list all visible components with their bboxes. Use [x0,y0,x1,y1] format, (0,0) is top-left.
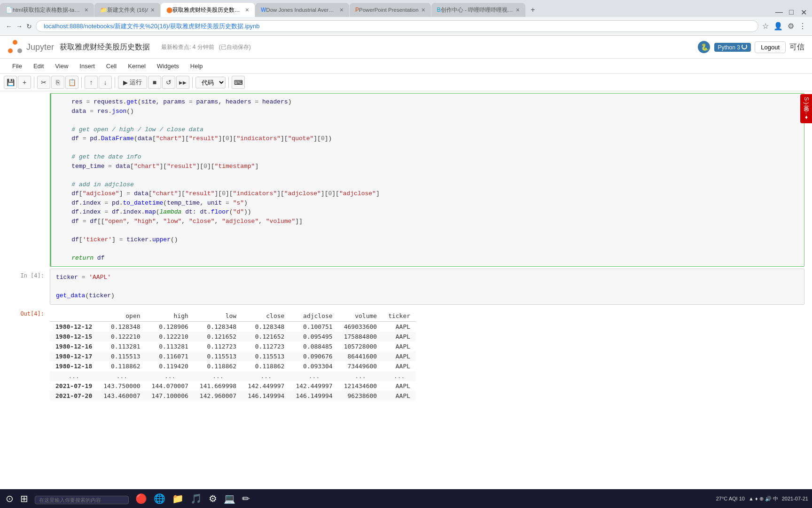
data-cell: 0.122210 [146,332,194,341]
index-cell: 1980-12-18 [50,361,98,371]
copy-button[interactable]: ⎘ [51,76,64,89]
taskbar-chrome[interactable]: 🔴 [133,492,149,503]
tab-bili[interactable]: B 创作中心 - 哔哩哔哩哔哩视频... × [431,3,525,17]
run-label: 运行 [130,78,142,87]
tab-html[interactable]: 📄 html获取指定表格数据-tabi... × [0,3,94,17]
address-bar: ← → ↻ ☆ 👤 ⚙ ⋮ [0,17,812,36]
menu-widgets[interactable]: Widgets [152,61,184,71]
start-button[interactable]: ⊙ [4,492,16,503]
python-badge: Python 3 [714,43,751,52]
notebook-title[interactable]: 获取雅虎财经美股历史数据 [60,42,150,52]
add-cell-button[interactable]: + [18,76,31,89]
code-area-4: ticker = 'AAPL' get_data(ticker) [50,269,804,304]
save-button[interactable]: 💾 [4,76,17,89]
cut-button[interactable]: ✂ [37,76,50,89]
upper-cell-content[interactable]: res = requests.get(site, params = params… [50,93,804,267]
tab-close-icon5[interactable]: × [422,6,425,14]
menu-insert[interactable]: Insert [75,61,100,71]
taskbar-datetime: 2021-07-21 [782,496,808,501]
logout-button[interactable]: Logout [755,41,786,53]
col-open: open [98,310,146,322]
tab-close-icon4[interactable]: × [340,6,344,14]
data-cell: 0.122210 [98,332,146,341]
data-cell: 0.128348 [194,321,242,332]
back-icon[interactable]: ← [6,23,12,30]
move-down-button[interactable]: ↓ [99,76,112,89]
toolbar-separator [34,77,34,88]
reload-icon[interactable]: ↻ [26,23,32,30]
python-logo-icon: 🐍 [697,40,710,54]
restart-button[interactable]: ↺ [162,76,175,89]
data-cell: 96238600 [338,391,383,401]
menu-cell[interactable]: Cell [102,61,121,71]
tab-favicon: 📄 [6,7,13,13]
paste-button[interactable]: 📋 [65,76,78,89]
taskbar-browser[interactable]: 🌐 [152,492,167,503]
data-cell: 0.118862 [194,361,242,371]
code-line: df = df[[″open″, ″high″, ″low″, ″close″,… [57,217,798,226]
code-line: data = res.json() [57,107,798,116]
maximize-button[interactable]: □ [787,8,796,17]
code-line: # get the date info [57,152,798,162]
taskbar-search[interactable] [33,492,131,504]
data-cell: AAPL [383,381,416,391]
data-cell: AAPL [383,361,416,371]
stop-button[interactable]: ■ [148,76,161,89]
index-cell: 1980-12-17 [50,351,98,361]
code-line [57,143,798,153]
taskview-button[interactable]: ⊞ [18,492,30,503]
svg-text:🐍: 🐍 [701,43,709,51]
code-line: df.index = df.index.map(lambda dt: dt.fl… [57,207,798,217]
profile-icon[interactable]: 👤 [773,22,783,31]
tab-close-icon6[interactable]: × [516,6,520,14]
toolbar-separator5 [228,77,229,88]
extensions-icon[interactable]: ⚙ [788,22,794,31]
cell-type-select[interactable]: 代码 [195,77,226,88]
data-cell: ... [242,371,290,381]
menu-edit[interactable]: Edit [29,61,48,71]
menu-file[interactable]: File [8,61,27,71]
menu-icon[interactable]: ⋮ [799,22,806,31]
jupyter-brand-text: Jupyter [26,42,54,52]
run-button[interactable]: ▶ 运行 [118,76,147,89]
tab-close-icon[interactable]: × [85,6,88,14]
tab-title4: Dow Jones Industrial Average... [266,7,336,13]
menu-view[interactable]: View [50,61,73,71]
close-button[interactable]: ✕ [799,8,808,17]
data-cell: 143.460007 [98,391,146,401]
tab-dow[interactable]: W Dow Jones Industrial Average... × [255,3,349,17]
taskbar-folder[interactable]: 📁 [170,492,186,503]
output-4: Out[4]: open high low close adjclose vol… [8,307,804,405]
taskbar-app3[interactable]: 💻 [222,492,237,503]
restart-run-button[interactable]: ▶▶ [176,76,189,89]
jupyter-logout-area: 🐍 Python 3 Logout 可信 [697,40,804,54]
new-tab-button[interactable]: + [526,3,540,17]
move-up-button[interactable]: ↑ [85,76,98,89]
taskbar-app2[interactable]: ⚙ [207,492,219,503]
data-cell: 142.449997 [290,381,338,391]
input-content-4[interactable]: ticker = 'AAPL' get_data(ticker) [50,269,804,305]
tab-ppt[interactable]: P PowerPoint Presentation × [350,3,431,17]
data-cell: 0.115513 [242,351,290,361]
data-cell: 0.113281 [98,341,146,351]
search-input[interactable] [35,496,129,504]
taskbar-app1[interactable]: 🎵 [188,492,204,503]
data-cell: AAPL [383,341,416,351]
code-line: temp_time = data["chart"]["result"][0]["… [57,162,798,171]
tab-close-icon2[interactable]: × [151,6,155,14]
tab-folder[interactable]: 📁 新建文件夹 (16)/ × [94,3,160,17]
bookmark-icon[interactable]: ☆ [762,22,769,31]
menu-kernel[interactable]: Kernel [123,61,150,71]
keyboard-shortcut-button[interactable]: ⌨ [232,76,245,89]
menu-help[interactable]: Help [186,61,208,71]
taskbar-app4[interactable]: ✏ [240,492,252,503]
address-input[interactable] [36,20,758,32]
code-line [57,116,798,125]
tab-close-icon3[interactable]: × [245,6,249,14]
col-high: high [146,310,194,322]
minimize-button[interactable]: — [774,8,784,17]
data-cell: 0.090676 [290,351,338,361]
data-cell: 142.449997 [242,381,290,391]
tab-jupyter[interactable]: ⬤ 获取雅虎财经美股历史数据 - Ju... × [161,3,255,17]
forward-icon[interactable]: → [16,23,23,30]
